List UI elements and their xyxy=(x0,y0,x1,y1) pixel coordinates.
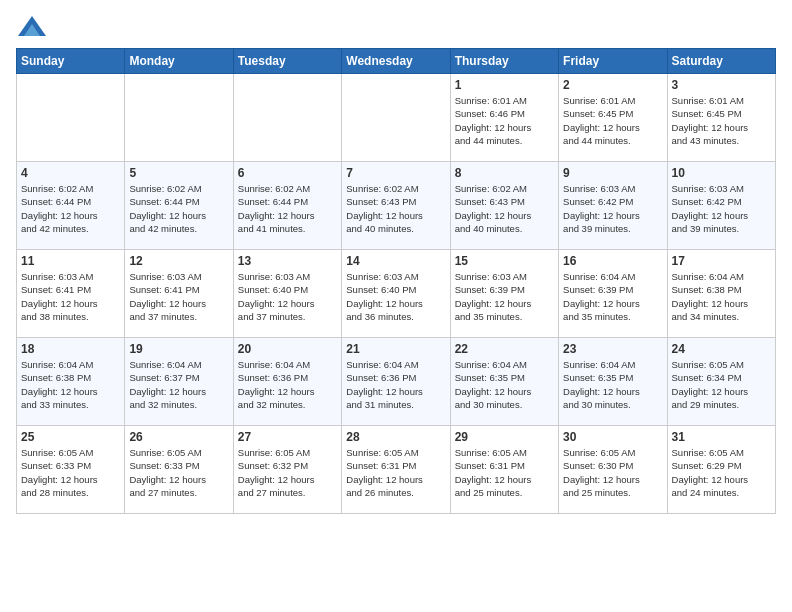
day-number: 25 xyxy=(21,430,120,444)
calendar-cell: 7Sunrise: 6:02 AM Sunset: 6:43 PM Daylig… xyxy=(342,162,450,250)
day-number: 10 xyxy=(672,166,771,180)
day-info: Sunrise: 6:02 AM Sunset: 6:44 PM Dayligh… xyxy=(129,182,228,235)
day-info: Sunrise: 6:02 AM Sunset: 6:44 PM Dayligh… xyxy=(238,182,337,235)
calendar-cell: 19Sunrise: 6:04 AM Sunset: 6:37 PM Dayli… xyxy=(125,338,233,426)
calendar-cell: 25Sunrise: 6:05 AM Sunset: 6:33 PM Dayli… xyxy=(17,426,125,514)
day-number: 5 xyxy=(129,166,228,180)
calendar-cell xyxy=(17,74,125,162)
logo-icon xyxy=(18,16,46,36)
day-info: Sunrise: 6:03 AM Sunset: 6:40 PM Dayligh… xyxy=(238,270,337,323)
day-info: Sunrise: 6:04 AM Sunset: 6:35 PM Dayligh… xyxy=(455,358,554,411)
day-number: 4 xyxy=(21,166,120,180)
day-info: Sunrise: 6:05 AM Sunset: 6:30 PM Dayligh… xyxy=(563,446,662,499)
weekday-wednesday: Wednesday xyxy=(342,49,450,74)
day-info: Sunrise: 6:04 AM Sunset: 6:39 PM Dayligh… xyxy=(563,270,662,323)
day-number: 8 xyxy=(455,166,554,180)
day-number: 7 xyxy=(346,166,445,180)
day-info: Sunrise: 6:03 AM Sunset: 6:40 PM Dayligh… xyxy=(346,270,445,323)
day-number: 24 xyxy=(672,342,771,356)
day-info: Sunrise: 6:02 AM Sunset: 6:44 PM Dayligh… xyxy=(21,182,120,235)
calendar-cell: 31Sunrise: 6:05 AM Sunset: 6:29 PM Dayli… xyxy=(667,426,775,514)
calendar-cell: 9Sunrise: 6:03 AM Sunset: 6:42 PM Daylig… xyxy=(559,162,667,250)
calendar-cell: 6Sunrise: 6:02 AM Sunset: 6:44 PM Daylig… xyxy=(233,162,341,250)
calendar-cell: 5Sunrise: 6:02 AM Sunset: 6:44 PM Daylig… xyxy=(125,162,233,250)
calendar-cell: 30Sunrise: 6:05 AM Sunset: 6:30 PM Dayli… xyxy=(559,426,667,514)
day-number: 14 xyxy=(346,254,445,268)
day-info: Sunrise: 6:03 AM Sunset: 6:42 PM Dayligh… xyxy=(672,182,771,235)
calendar-cell: 14Sunrise: 6:03 AM Sunset: 6:40 PM Dayli… xyxy=(342,250,450,338)
day-number: 30 xyxy=(563,430,662,444)
day-number: 20 xyxy=(238,342,337,356)
calendar-cell: 4Sunrise: 6:02 AM Sunset: 6:44 PM Daylig… xyxy=(17,162,125,250)
calendar-cell: 3Sunrise: 6:01 AM Sunset: 6:45 PM Daylig… xyxy=(667,74,775,162)
calendar-cell: 26Sunrise: 6:05 AM Sunset: 6:33 PM Dayli… xyxy=(125,426,233,514)
day-info: Sunrise: 6:03 AM Sunset: 6:42 PM Dayligh… xyxy=(563,182,662,235)
day-info: Sunrise: 6:05 AM Sunset: 6:29 PM Dayligh… xyxy=(672,446,771,499)
weekday-tuesday: Tuesday xyxy=(233,49,341,74)
calendar-cell: 16Sunrise: 6:04 AM Sunset: 6:39 PM Dayli… xyxy=(559,250,667,338)
day-info: Sunrise: 6:05 AM Sunset: 6:32 PM Dayligh… xyxy=(238,446,337,499)
calendar-cell: 21Sunrise: 6:04 AM Sunset: 6:36 PM Dayli… xyxy=(342,338,450,426)
day-number: 22 xyxy=(455,342,554,356)
day-info: Sunrise: 6:05 AM Sunset: 6:31 PM Dayligh… xyxy=(455,446,554,499)
day-number: 15 xyxy=(455,254,554,268)
calendar-cell: 27Sunrise: 6:05 AM Sunset: 6:32 PM Dayli… xyxy=(233,426,341,514)
day-number: 28 xyxy=(346,430,445,444)
calendar-cell: 18Sunrise: 6:04 AM Sunset: 6:38 PM Dayli… xyxy=(17,338,125,426)
calendar-cell xyxy=(342,74,450,162)
day-info: Sunrise: 6:04 AM Sunset: 6:38 PM Dayligh… xyxy=(672,270,771,323)
calendar-cell xyxy=(125,74,233,162)
day-number: 27 xyxy=(238,430,337,444)
day-info: Sunrise: 6:04 AM Sunset: 6:38 PM Dayligh… xyxy=(21,358,120,411)
day-number: 2 xyxy=(563,78,662,92)
day-number: 6 xyxy=(238,166,337,180)
calendar-cell: 10Sunrise: 6:03 AM Sunset: 6:42 PM Dayli… xyxy=(667,162,775,250)
day-number: 3 xyxy=(672,78,771,92)
day-info: Sunrise: 6:02 AM Sunset: 6:43 PM Dayligh… xyxy=(455,182,554,235)
calendar-cell: 17Sunrise: 6:04 AM Sunset: 6:38 PM Dayli… xyxy=(667,250,775,338)
day-number: 11 xyxy=(21,254,120,268)
day-number: 26 xyxy=(129,430,228,444)
calendar-cell: 29Sunrise: 6:05 AM Sunset: 6:31 PM Dayli… xyxy=(450,426,558,514)
day-info: Sunrise: 6:02 AM Sunset: 6:43 PM Dayligh… xyxy=(346,182,445,235)
weekday-monday: Monday xyxy=(125,49,233,74)
day-info: Sunrise: 6:05 AM Sunset: 6:33 PM Dayligh… xyxy=(21,446,120,499)
day-number: 23 xyxy=(563,342,662,356)
calendar-cell: 8Sunrise: 6:02 AM Sunset: 6:43 PM Daylig… xyxy=(450,162,558,250)
weekday-friday: Friday xyxy=(559,49,667,74)
day-info: Sunrise: 6:03 AM Sunset: 6:41 PM Dayligh… xyxy=(129,270,228,323)
day-number: 16 xyxy=(563,254,662,268)
day-number: 29 xyxy=(455,430,554,444)
calendar-cell: 11Sunrise: 6:03 AM Sunset: 6:41 PM Dayli… xyxy=(17,250,125,338)
day-info: Sunrise: 6:04 AM Sunset: 6:37 PM Dayligh… xyxy=(129,358,228,411)
day-info: Sunrise: 6:04 AM Sunset: 6:36 PM Dayligh… xyxy=(238,358,337,411)
calendar-cell: 23Sunrise: 6:04 AM Sunset: 6:35 PM Dayli… xyxy=(559,338,667,426)
week-row-1: 1Sunrise: 6:01 AM Sunset: 6:46 PM Daylig… xyxy=(17,74,776,162)
day-info: Sunrise: 6:04 AM Sunset: 6:36 PM Dayligh… xyxy=(346,358,445,411)
calendar-cell: 2Sunrise: 6:01 AM Sunset: 6:45 PM Daylig… xyxy=(559,74,667,162)
week-row-3: 11Sunrise: 6:03 AM Sunset: 6:41 PM Dayli… xyxy=(17,250,776,338)
weekday-thursday: Thursday xyxy=(450,49,558,74)
day-number: 1 xyxy=(455,78,554,92)
calendar-table: SundayMondayTuesdayWednesdayThursdayFrid… xyxy=(16,48,776,514)
day-number: 21 xyxy=(346,342,445,356)
day-number: 9 xyxy=(563,166,662,180)
calendar-cell: 22Sunrise: 6:04 AM Sunset: 6:35 PM Dayli… xyxy=(450,338,558,426)
calendar-cell: 12Sunrise: 6:03 AM Sunset: 6:41 PM Dayli… xyxy=(125,250,233,338)
weekday-header-row: SundayMondayTuesdayWednesdayThursdayFrid… xyxy=(17,49,776,74)
day-number: 17 xyxy=(672,254,771,268)
day-info: Sunrise: 6:03 AM Sunset: 6:39 PM Dayligh… xyxy=(455,270,554,323)
week-row-4: 18Sunrise: 6:04 AM Sunset: 6:38 PM Dayli… xyxy=(17,338,776,426)
day-number: 13 xyxy=(238,254,337,268)
day-info: Sunrise: 6:01 AM Sunset: 6:45 PM Dayligh… xyxy=(672,94,771,147)
day-info: Sunrise: 6:01 AM Sunset: 6:46 PM Dayligh… xyxy=(455,94,554,147)
day-number: 12 xyxy=(129,254,228,268)
day-info: Sunrise: 6:04 AM Sunset: 6:35 PM Dayligh… xyxy=(563,358,662,411)
logo xyxy=(16,16,46,36)
calendar-body: 1Sunrise: 6:01 AM Sunset: 6:46 PM Daylig… xyxy=(17,74,776,514)
weekday-sunday: Sunday xyxy=(17,49,125,74)
day-info: Sunrise: 6:01 AM Sunset: 6:45 PM Dayligh… xyxy=(563,94,662,147)
calendar-cell xyxy=(233,74,341,162)
weekday-saturday: Saturday xyxy=(667,49,775,74)
day-number: 31 xyxy=(672,430,771,444)
